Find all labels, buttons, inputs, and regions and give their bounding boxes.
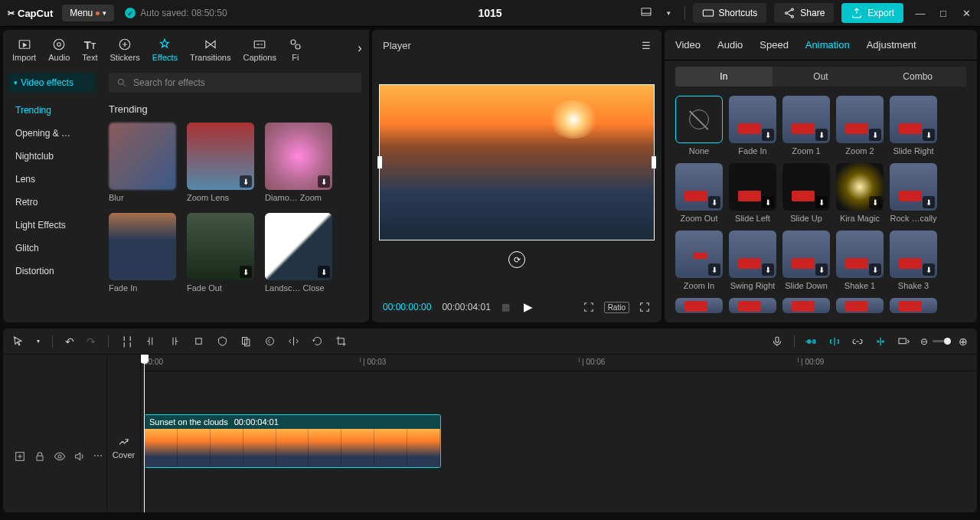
preview-toggle-icon[interactable] bbox=[897, 335, 910, 348]
animation-preset[interactable]: ⬇Slide Down bbox=[782, 231, 830, 290]
animation-preset[interactable]: ⬇Zoom Out bbox=[675, 163, 723, 223]
sync-icon[interactable]: ⟳ bbox=[508, 251, 525, 268]
animation-preset[interactable]: ⬇Kira Magic bbox=[836, 163, 884, 223]
more-track-icon[interactable]: ⋯ bbox=[93, 450, 103, 465]
close-button[interactable]: ✕ bbox=[960, 8, 972, 19]
download-icon[interactable]: ⬇ bbox=[815, 129, 828, 141]
rotate-tool[interactable] bbox=[312, 335, 323, 347]
ratio-button[interactable]: Ratio bbox=[604, 302, 629, 313]
magnet-main-icon[interactable] bbox=[805, 335, 818, 348]
frame-icon[interactable] bbox=[583, 301, 595, 313]
animation-preset[interactable]: ⬇Slide Up bbox=[782, 163, 830, 223]
effect-category[interactable]: Light Effects bbox=[8, 214, 96, 237]
download-icon[interactable]: ⬇ bbox=[815, 196, 828, 208]
download-icon[interactable]: ⬇ bbox=[762, 129, 774, 141]
animation-preset[interactable] bbox=[729, 298, 776, 313]
redo-button[interactable]: ↷ bbox=[87, 335, 96, 348]
media-tab-effects[interactable]: Effects bbox=[146, 34, 184, 67]
animation-preset[interactable] bbox=[836, 298, 884, 313]
effect-item[interactable]: ⬇Zoom Lens bbox=[187, 123, 254, 202]
animation-preset[interactable]: ⬇Rock …cally bbox=[890, 163, 937, 223]
fullscreen-icon[interactable] bbox=[639, 301, 651, 313]
preview-handle-left[interactable] bbox=[377, 156, 382, 168]
property-tab-video[interactable]: Video bbox=[675, 39, 701, 51]
link-icon[interactable] bbox=[851, 335, 864, 348]
animation-subtab-out[interactable]: Out bbox=[773, 67, 870, 87]
animation-preset[interactable]: ⬇Shake 1 bbox=[836, 231, 884, 290]
mirror-tool[interactable] bbox=[288, 335, 299, 347]
snap-icon[interactable] bbox=[874, 335, 887, 348]
effect-category[interactable]: Distortion bbox=[8, 260, 96, 283]
download-icon[interactable]: ⬇ bbox=[240, 266, 252, 278]
menu-button[interactable]: Menu▾ bbox=[62, 5, 114, 21]
media-tabs-scroll-right[interactable]: › bbox=[351, 30, 369, 67]
export-button[interactable]: Export bbox=[841, 3, 903, 23]
download-icon[interactable]: ⬇ bbox=[923, 263, 935, 276]
crop-tool[interactable] bbox=[193, 335, 204, 347]
visibility-track-icon[interactable] bbox=[54, 450, 66, 465]
download-icon[interactable]: ⬇ bbox=[318, 266, 330, 278]
effect-category[interactable]: Nightclub bbox=[8, 145, 96, 168]
playhead[interactable] bbox=[144, 355, 145, 512]
mic-icon[interactable] bbox=[771, 335, 783, 348]
media-tab-captions[interactable]: Captions bbox=[237, 34, 282, 67]
download-icon[interactable]: ⬇ bbox=[869, 129, 881, 141]
effect-item[interactable]: Blur bbox=[109, 123, 176, 202]
animation-preset[interactable]: ⬇Zoom 1 bbox=[782, 96, 830, 155]
layout-icon[interactable] bbox=[639, 6, 654, 21]
copy-tool[interactable] bbox=[240, 335, 252, 347]
animation-subtab-in[interactable]: In bbox=[675, 67, 773, 87]
animation-preset[interactable]: None bbox=[675, 96, 723, 155]
download-icon[interactable]: ⬇ bbox=[869, 196, 881, 208]
magnet-track-icon[interactable] bbox=[828, 335, 841, 348]
download-icon[interactable]: ⬇ bbox=[708, 263, 720, 276]
animation-preset[interactable]: ⬇Slide Right bbox=[890, 96, 937, 155]
property-tab-adjustment[interactable]: Adjustment bbox=[867, 39, 916, 51]
effect-item[interactable]: ⬇Fade Out bbox=[187, 213, 254, 293]
animation-preset[interactable] bbox=[675, 298, 723, 313]
media-tab-stickers[interactable]: Stickers bbox=[104, 34, 146, 67]
split-left-tool[interactable] bbox=[145, 335, 157, 347]
play-button[interactable]: ▶ bbox=[524, 300, 533, 314]
animation-preset[interactable]: ⬇Zoom In bbox=[675, 231, 723, 290]
animation-subtab-combo[interactable]: Combo bbox=[869, 67, 966, 87]
preview-handle-right[interactable] bbox=[652, 156, 656, 168]
pointer-dropdown[interactable]: ▾ bbox=[37, 338, 40, 345]
cover-button[interactable]: Cover bbox=[107, 420, 140, 474]
effect-category[interactable]: Glitch bbox=[8, 237, 96, 260]
lock-track-icon[interactable] bbox=[34, 450, 46, 465]
media-tab-audio[interactable]: Audio bbox=[42, 34, 76, 67]
animation-preset[interactable]: ⬇Swing Right bbox=[729, 231, 776, 290]
download-icon[interactable]: ⬇ bbox=[762, 196, 774, 208]
player-grid-icon[interactable]: ▦ bbox=[501, 302, 510, 312]
reverse-tool[interactable] bbox=[264, 335, 276, 347]
effect-category[interactable]: Retro bbox=[8, 191, 96, 214]
undo-button[interactable]: ↶ bbox=[65, 335, 74, 348]
download-icon[interactable]: ⬇ bbox=[318, 175, 330, 188]
animation-preset[interactable]: ⬇Shake 3 bbox=[890, 231, 937, 290]
crop-frame-tool[interactable] bbox=[335, 335, 347, 347]
effect-item[interactable]: Fade In bbox=[109, 213, 176, 293]
media-tab-text[interactable]: TTText bbox=[76, 35, 103, 67]
minimize-button[interactable]: ― bbox=[914, 8, 926, 19]
download-icon[interactable]: ⬇ bbox=[240, 175, 252, 188]
chevron-down-icon[interactable]: ▾ bbox=[662, 9, 677, 17]
split-right-tool[interactable] bbox=[169, 335, 181, 347]
download-icon[interactable]: ⬇ bbox=[762, 263, 774, 276]
animation-preset[interactable]: ⬇Fade In bbox=[729, 96, 776, 155]
shortcuts-button[interactable]: Shortcuts bbox=[693, 3, 767, 23]
property-tab-animation[interactable]: Animation bbox=[805, 39, 850, 51]
add-track-icon[interactable] bbox=[14, 450, 26, 465]
effect-item[interactable]: ⬇Landsc… Close bbox=[265, 213, 332, 293]
zoom-in-icon[interactable]: ⊕ bbox=[959, 335, 968, 348]
share-button[interactable]: Share bbox=[774, 3, 834, 23]
video-clip[interactable]: Sunset on the clouds 00:00:04:01 bbox=[144, 414, 441, 468]
download-icon[interactable]: ⬇ bbox=[869, 263, 881, 276]
animation-preset[interactable]: ⬇Slide Left bbox=[729, 163, 776, 223]
media-tab-transitions[interactable]: Transitions bbox=[184, 34, 237, 67]
download-icon[interactable]: ⬇ bbox=[708, 196, 720, 208]
video-preview[interactable] bbox=[379, 84, 655, 240]
maximize-button[interactable]: □ bbox=[937, 8, 949, 19]
effect-item[interactable]: ⬇Diamo… Zoom bbox=[265, 123, 332, 202]
player-menu-icon[interactable]: ☰ bbox=[642, 40, 651, 51]
